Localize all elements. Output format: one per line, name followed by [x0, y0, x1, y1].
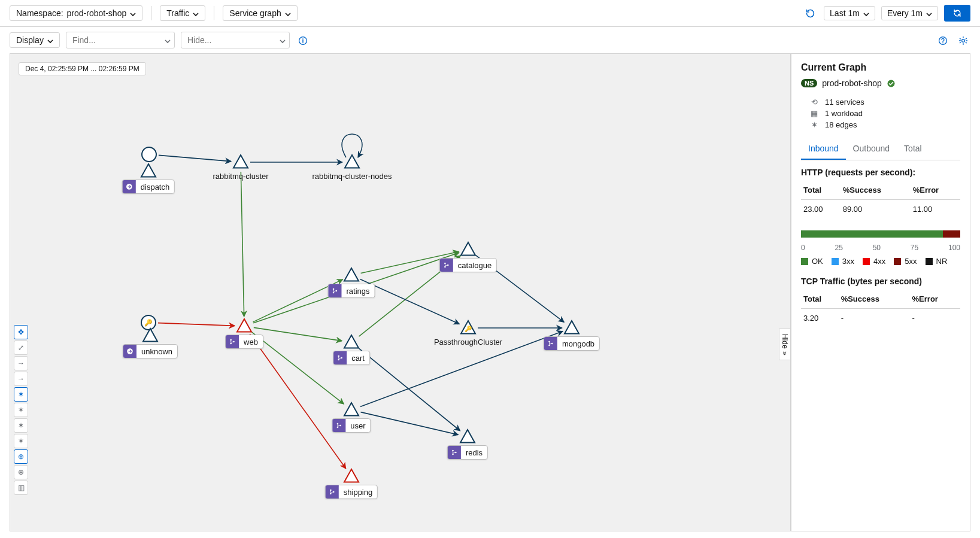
graph-edge[interactable] [158, 323, 235, 326]
graph-node-passthrough[interactable]: 🔑 [461, 321, 475, 334]
graph-node-user[interactable] [344, 403, 359, 416]
graph-type-dropdown[interactable]: Service graph [223, 5, 297, 21]
http-metrics-table: Total %Success %Error 23.00 89.00 11.00 [801, 181, 960, 218]
find-input[interactable] [66, 32, 174, 48]
hide-panel-tab[interactable]: Hide » [779, 329, 790, 360]
chevron-down-icon [130, 8, 136, 18]
graph-node-web[interactable] [237, 319, 251, 332]
service-graph[interactable]: 🔑🔑 [10, 54, 790, 531]
globe-icon[interactable]: ⊕ [14, 449, 28, 464]
hide-tab-label: Hide [781, 334, 789, 349]
node-label-web[interactable]: web [225, 335, 263, 349]
traffic-label: Traffic [166, 8, 189, 18]
globe-outline-icon[interactable]: ⊕ [14, 465, 28, 479]
node-label-dispatch[interactable]: dispatch [122, 180, 175, 194]
svg-point-6 [142, 147, 156, 162]
node-label-rabbitmq_nodes[interactable]: rabbitmq-cluster-nodes [312, 171, 392, 182]
traffic-dropdown[interactable]: Traffic [160, 5, 205, 21]
graph-node-dispatch_src[interactable] [142, 147, 156, 162]
refresh-button[interactable] [944, 5, 970, 22]
graph-timestamp: Dec 4, 02:25:59 PM ... 02:26:59 PM [19, 62, 146, 75]
graph-node-catalogue[interactable] [461, 242, 475, 256]
graph-node-ratings[interactable] [344, 268, 359, 281]
graph-edge[interactable] [359, 349, 460, 431]
node-label-text: redis [461, 447, 487, 458]
node-label-text: cart [347, 352, 369, 364]
map-icon[interactable]: ▥ [14, 481, 28, 495]
svg-point-15 [333, 288, 335, 290]
details-panel: Current Graph NS prod-robot-shop ⟲11 ser… [791, 53, 970, 531]
svg-point-24 [337, 423, 339, 425]
info-icon [298, 35, 308, 45]
graph-node-shipping[interactable] [344, 469, 359, 482]
branch-icon [226, 335, 239, 348]
graph-node-unknown[interactable] [143, 329, 157, 342]
bar-legend: OK3xx4xx5xxNR [801, 257, 960, 266]
th-total: Total [801, 290, 839, 309]
branch-icon [448, 446, 461, 459]
tab-inbound[interactable]: Inbound [801, 139, 846, 160]
node-label-passthrough[interactable]: PassthroughCluster [434, 336, 502, 348]
graph-node-rabbitmq_nodes[interactable] [345, 155, 359, 168]
tab-total[interactable]: Total [897, 139, 929, 160]
namespace-dropdown[interactable]: Namespace: prod-robot-shop [10, 5, 142, 21]
graph-edge[interactable] [254, 328, 342, 341]
graph-panel[interactable]: Dec 4, 02:25:59 PM ... 02:26:59 PM ✥⤢→→✶… [10, 53, 791, 531]
node-label-user[interactable]: user [332, 418, 371, 433]
graph-node-unknown_src[interactable]: 🔑 [141, 315, 156, 330]
drag-icon[interactable]: ✥ [14, 325, 28, 339]
graph-node-redis[interactable] [460, 430, 475, 443]
node-label-shipping[interactable]: shipping [325, 485, 378, 499]
layout-3-icon[interactable]: ✶ [14, 434, 28, 448]
layout-radial-icon[interactable]: ✶ [14, 387, 28, 402]
svg-point-25 [337, 427, 339, 428]
svg-point-12 [230, 339, 232, 341]
time-reset-button[interactable] [803, 6, 818, 21]
bar-axis: 0255075100 [801, 244, 960, 252]
fit-icon[interactable]: ⤢ [14, 341, 28, 355]
svg-point-4 [942, 42, 943, 44]
graph-edge[interactable] [241, 172, 244, 317]
node-label-catalogue[interactable]: catalogue [439, 258, 497, 272]
node-label-mongodb[interactable]: mongodb [544, 336, 600, 351]
graph-help-button[interactable] [936, 33, 950, 47]
svg-point-23 [341, 357, 342, 359]
node-label-redis[interactable]: redis [447, 445, 488, 460]
svg-text:🔑: 🔑 [144, 318, 153, 327]
svg-point-36 [887, 80, 894, 87]
help-icon [938, 35, 948, 45]
graph-edge[interactable] [159, 156, 231, 162]
legend-item-c5xx: 5xx [894, 257, 917, 266]
graph-edge[interactable] [252, 332, 344, 404]
graph-edge[interactable] [250, 335, 345, 469]
graph-settings-button[interactable] [956, 33, 970, 47]
legend-item-nr: NR [926, 257, 948, 266]
graph-edge[interactable] [361, 412, 459, 435]
hide-input-wrap [181, 32, 290, 48]
branch-icon [333, 351, 347, 364]
layout-right-icon[interactable]: → [14, 356, 28, 370]
node-label-ratings[interactable]: ratings [327, 284, 375, 298]
layout-right-alt-icon[interactable]: → [14, 372, 28, 386]
layout-1-icon[interactable]: ✶ [14, 403, 28, 417]
graph-node-rabbitmq[interactable] [233, 155, 248, 168]
time-range-dropdown[interactable]: Last 1m [824, 6, 875, 20]
node-label-text: web [239, 336, 263, 348]
svg-point-14 [233, 341, 235, 343]
refresh-interval-dropdown[interactable]: Every 1m [881, 6, 938, 20]
graph-node-cart[interactable] [344, 335, 359, 348]
node-label-rabbitmq[interactable]: rabbitmq-cluster [213, 171, 268, 182]
node-label-cart[interactable]: cart [333, 351, 370, 365]
graph-node-dispatch[interactable] [141, 164, 156, 177]
find-help-button[interactable] [296, 33, 310, 47]
ns-badge: NS [801, 79, 817, 87]
legend-item-c3xx: 3xx [832, 257, 854, 266]
svg-rect-2 [302, 40, 303, 43]
svg-point-28 [330, 493, 332, 495]
hide-input[interactable] [181, 32, 289, 48]
graph-node-mongodb[interactable] [565, 321, 579, 334]
tab-outbound[interactable]: Outbound [846, 139, 897, 160]
layout-2-icon[interactable]: ✶ [14, 418, 28, 433]
display-dropdown[interactable]: Display [10, 32, 60, 48]
node-label-unknown[interactable]: unknown [123, 344, 178, 358]
